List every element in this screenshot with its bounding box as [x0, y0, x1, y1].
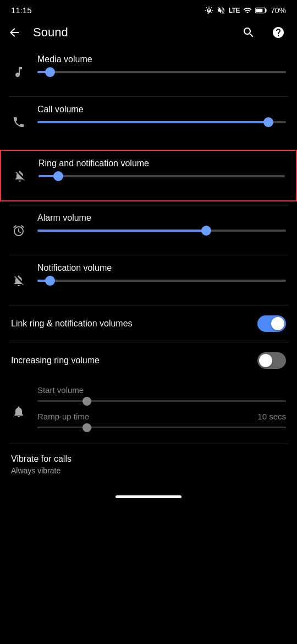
media-volume-item[interactable]: Media volume: [0, 47, 297, 96]
notification-volume-label: Notification volume: [37, 263, 286, 273]
bell-dim-icon: [9, 384, 29, 439]
help-button[interactable]: [268, 23, 288, 42]
battery-icon: [255, 7, 267, 14]
increasing-ring-label: Increasing ring volume: [11, 355, 249, 367]
vibrate-for-calls-item[interactable]: Vibrate for calls Always vibrate: [0, 444, 297, 485]
ring-volume-thumb: [53, 171, 63, 181]
alarm-status-icon: [205, 6, 213, 15]
page-title: Sound: [33, 25, 234, 40]
music-note-icon: [9, 56, 29, 89]
ramp-value: 10 secs: [257, 412, 286, 421]
home-bar[interactable]: [116, 495, 182, 498]
svg-rect-1: [266, 9, 267, 12]
ramp-slider[interactable]: [37, 427, 286, 428]
svg-rect-2: [256, 8, 262, 12]
call-volume-slider[interactable]: [37, 121, 286, 123]
media-volume-slider[interactable]: [37, 71, 286, 73]
call-volume-content: Call volume: [37, 105, 286, 123]
header-actions: [239, 23, 288, 42]
notification-bell-off-icon: [9, 264, 29, 297]
status-time: 11:15: [11, 6, 32, 15]
ring-mute-icon: [10, 160, 30, 193]
phone-icon: [9, 106, 29, 139]
alarm-volume-label: Alarm volume: [37, 213, 286, 223]
ramp-label: Ramp-up time: [37, 412, 89, 421]
increasing-ring-toggle[interactable]: [257, 352, 286, 369]
back-button[interactable]: [4, 23, 24, 42]
notification-volume-item[interactable]: Notification volume: [0, 255, 297, 305]
link-ring-knob: [271, 317, 284, 330]
ring-volume-item[interactable]: Ring and notification volume: [0, 150, 297, 201]
ring-volume-content: Ring and notification volume: [38, 159, 285, 177]
notification-volume-thumb: [45, 276, 55, 286]
link-ring-label: Link ring & notification volumes: [11, 318, 249, 330]
vibrate-subtitle: Always vibrate: [11, 466, 286, 475]
bottom-nav: [0, 485, 297, 501]
search-button[interactable]: [239, 23, 258, 42]
alarm-volume-slider[interactable]: [37, 230, 286, 232]
mute-status-icon: [217, 6, 226, 15]
ramp-row: Ramp-up time 10 secs: [37, 412, 286, 421]
media-volume-content: Media volume: [37, 54, 286, 73]
top-bar: Sound: [0, 18, 297, 47]
alarm-volume-content: Alarm volume: [37, 213, 286, 232]
signal-icon: [243, 6, 252, 15]
notification-volume-slider[interactable]: [37, 280, 286, 282]
call-volume-fill: [37, 121, 268, 123]
settings-list: Media volume Call volume Ring and notifi…: [0, 47, 297, 485]
ramp-slider-thumb: [82, 423, 91, 432]
call-volume-thumb: [263, 117, 273, 127]
alarm-volume-item[interactable]: Alarm volume: [0, 205, 297, 255]
status-icons: LTE 70%: [205, 6, 286, 15]
ring-volume-slider[interactable]: [38, 175, 285, 177]
start-volume-section: Start volume Ramp-up time 10 secs: [0, 379, 297, 444]
lte-indicator: LTE: [229, 7, 240, 14]
call-volume-label: Call volume: [37, 105, 286, 114]
media-volume-label: Media volume: [37, 54, 286, 64]
alarm-volume-fill: [37, 230, 206, 232]
alarm-icon: [9, 214, 29, 247]
start-volume-thumb: [82, 397, 91, 406]
link-ring-item[interactable]: Link ring & notification volumes: [0, 305, 297, 342]
increasing-ring-knob: [259, 354, 272, 367]
vibrate-title: Vibrate for calls: [11, 454, 286, 464]
status-bar: 11:15 LTE 70%: [0, 0, 297, 18]
ring-volume-label: Ring and notification volume: [38, 159, 285, 168]
link-ring-toggle[interactable]: [257, 315, 286, 332]
media-volume-thumb: [45, 67, 55, 77]
call-volume-item[interactable]: Call volume: [0, 97, 297, 146]
alarm-volume-thumb: [201, 226, 211, 236]
increasing-ring-item[interactable]: Increasing ring volume: [0, 342, 297, 379]
start-volume-slider[interactable]: [37, 400, 286, 402]
start-volume-label: Start volume: [37, 385, 286, 395]
battery-percent: 70%: [271, 6, 286, 15]
notification-volume-content: Notification volume: [37, 263, 286, 282]
start-volume-content: Start volume Ramp-up time 10 secs: [37, 383, 286, 433]
